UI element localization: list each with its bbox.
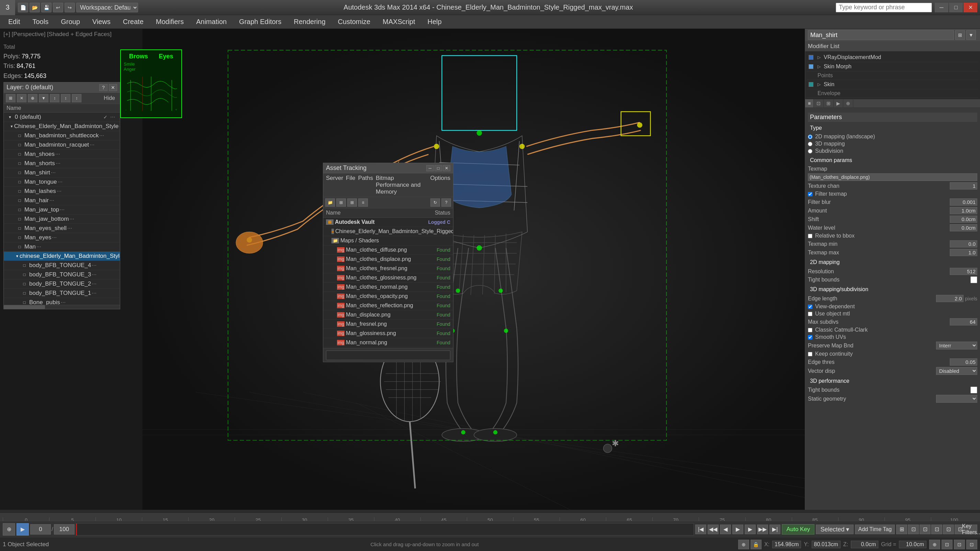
layer-item-tongue4[interactable]: □ body_BFB_TONGUE_4 ⋯	[4, 261, 120, 270]
layer-item-racquet[interactable]: □ Man_badminton_racquet ⋯	[4, 140, 120, 150]
rp-tab-5[interactable]: ⊕	[843, 99, 853, 108]
anim-next-frame[interactable]: ▶	[745, 524, 756, 534]
asset-tb-1[interactable]: 📁	[325, 198, 335, 206]
menu-modifiers[interactable]: Modifiers	[150, 16, 189, 27]
asset-tb-6[interactable]: ?	[441, 198, 451, 206]
keep-continuity-checkbox[interactable]	[808, 352, 812, 356]
vector-disp-select[interactable]: Disabled	[936, 367, 977, 375]
selected-dropdown[interactable]: Selected ▾	[816, 524, 854, 534]
asset-menu-server[interactable]: Server	[326, 175, 343, 195]
layers-hide-button[interactable]: Hide	[101, 94, 118, 102]
texmap-max-input[interactable]	[950, 249, 977, 256]
asset-item-max[interactable]: ≡ Chinese_Elderly_Man_Badminton_Style_Ri…	[323, 227, 453, 236]
total-frames-input[interactable]	[54, 524, 75, 535]
filter-blur-input[interactable]	[950, 198, 977, 206]
timeline-track[interactable]	[76, 523, 694, 535]
resolution-input[interactable]	[950, 268, 977, 275]
radio-2d[interactable]	[808, 135, 812, 139]
st-btn-4[interactable]: ⊡	[966, 540, 977, 549]
playback-btn-2[interactable]: ⊡	[908, 524, 919, 534]
type-3d-radio[interactable]: 3D mapping	[808, 141, 977, 147]
layer-item-chinese[interactable]: ▾ Chinese_Elderly_Man_Badminton_Style ⋯	[4, 122, 120, 131]
new-button[interactable]: 📄	[18, 3, 28, 13]
menu-customize[interactable]: Customize	[332, 16, 376, 27]
playback-btn-4[interactable]: ⊡	[931, 524, 942, 534]
layer-item-jaw-top[interactable]: □ Man_jaw_top ⋯	[4, 205, 120, 214]
asset-item-normal[interactable]: img Man_clothes_normal.png Found	[323, 283, 453, 292]
current-frame-input[interactable]	[30, 524, 51, 535]
layer-item-jaw-bottom[interactable]: □ Man_jaw_bottom ⋯	[4, 214, 120, 224]
layers-tool-7[interactable]: ↕	[72, 94, 81, 102]
search-input[interactable]	[836, 3, 932, 13]
radio-subdiv[interactable]	[808, 149, 812, 154]
layer-item-bone-pubis[interactable]: □ Bone_pubis ⋯	[4, 298, 120, 305]
layers-tool-4[interactable]: ▼	[39, 94, 48, 102]
layer-item-shuttlecock[interactable]: □ Man_badminton_shuttlecock ⋯	[4, 131, 120, 140]
layers-list[interactable]: ▾ 0 (default) ✓ ⋯ ▾ Chinese_Elderly_Man_…	[4, 113, 120, 305]
asset-item-diffuse[interactable]: img Man_clothes_diffuse.png Found	[323, 246, 453, 255]
texmap-value[interactable]: (Man_clothes_displace.png)	[808, 173, 977, 181]
layers-tool-3[interactable]: ⊕	[28, 94, 37, 102]
layer-item-shorts[interactable]: □ Man_shorts ⋯	[4, 159, 120, 168]
asset-path-input[interactable]	[326, 351, 450, 360]
view-dependent-row[interactable]: View-dependent	[808, 303, 977, 310]
asset-item-fresnel[interactable]: img Man_clothes_fresnel.png Found	[323, 264, 453, 273]
asset-tb-4[interactable]: ≡	[358, 198, 368, 206]
redo-button[interactable]: ↪	[65, 3, 75, 13]
asset-item-maps[interactable]: 📁 Maps / Shaders	[323, 236, 453, 246]
asset-menu-bitmap[interactable]: Bitmap Performance and Memory	[376, 175, 427, 195]
layers-close-button[interactable]: ✕	[109, 84, 117, 91]
menu-rendering[interactable]: Rendering	[288, 16, 331, 27]
playback-btn-3[interactable]: ⊡	[920, 524, 931, 534]
max-subdivs-input[interactable]	[950, 318, 977, 326]
menu-views[interactable]: Views	[87, 16, 116, 27]
rp-tab-1[interactable]: ≡	[805, 99, 814, 108]
anim-play[interactable]: ▶	[732, 524, 743, 534]
save-button[interactable]: 💾	[41, 3, 51, 13]
layer-item-tongue[interactable]: □ Man_tongue ⋯	[4, 178, 120, 187]
rp-tab-3[interactable]: ⊞	[824, 99, 834, 108]
asset-tb-3[interactable]: ⊞	[347, 198, 357, 206]
layer-item-tongue1[interactable]: □ body_BFB_TONGUE_1 ⋯	[4, 289, 120, 298]
layer-item-shoes[interactable]: □ Man_shoes ⋯	[4, 150, 120, 159]
auto-key-button[interactable]: Auto Key	[782, 524, 815, 535]
layer-item-man[interactable]: □ Man ⋯	[4, 242, 120, 252]
menu-animation[interactable]: Animation	[191, 16, 232, 27]
minimize-button[interactable]: ─	[935, 3, 948, 13]
asset-tb-5[interactable]: ↻	[430, 198, 440, 206]
shift-input[interactable]	[950, 216, 977, 223]
asset-item-man-fresnel[interactable]: img Man_fresnel.png Found	[323, 320, 453, 329]
relative-bbox-row[interactable]: Relative to bbox	[808, 233, 977, 239]
edge-thres-input[interactable]	[950, 359, 977, 365]
modifier-skin[interactable]: ▷ Skin	[807, 80, 978, 89]
bt-tool-1[interactable]: ⊕	[3, 523, 15, 535]
filter-texmap-row[interactable]: Filter texmap	[808, 191, 977, 197]
texmap-min-input[interactable]	[950, 240, 977, 248]
layer-item-default[interactable]: ▾ 0 (default) ✓ ⋯	[4, 113, 120, 122]
amount-input[interactable]	[950, 207, 977, 214]
open-button[interactable]: 📂	[30, 3, 40, 13]
rp-tab-4[interactable]: ▶	[834, 99, 843, 108]
keep-continuity-row[interactable]: Keep continuity	[808, 351, 977, 357]
layers-scrollbar-thumb[interactable]	[4, 305, 45, 309]
asset-item-man-displace[interactable]: img Man_displace.png Found	[323, 310, 453, 320]
filter-texmap-checkbox[interactable]	[808, 192, 812, 196]
static-geom-select[interactable]	[936, 395, 977, 403]
layers-tool-6[interactable]: ↕	[61, 94, 70, 102]
asset-item-man-normal[interactable]: img Man_normal.png Found	[323, 338, 453, 348]
layers-tool-2[interactable]: ✕	[17, 94, 27, 102]
asset-minimize-button[interactable]: ─	[426, 165, 434, 171]
layers-tool-5[interactable]: ↕	[50, 94, 59, 102]
modifier-vray-displacement[interactable]: ▷ VRayDisplacementMod	[807, 53, 978, 62]
asset-item-opacity[interactable]: img Man_clothes_opacity.png Found	[323, 292, 453, 301]
rp-icon-2[interactable]: ▼	[966, 30, 976, 40]
smooth-uv-row[interactable]: Smooth UVs	[808, 334, 977, 340]
coord-icon-1[interactable]: ⊕	[738, 540, 749, 549]
workspace-selector[interactable]: Workspace: Default	[76, 3, 138, 13]
anim-prev-frame[interactable]: ◀	[720, 524, 731, 534]
playback-btn-1[interactable]: ⊞	[896, 524, 907, 534]
tight-bounds-checkbox-2[interactable]	[970, 387, 977, 394]
classic-catmull-row[interactable]: Classic Catmull-Clark	[808, 327, 977, 333]
use-object-mtl-checkbox[interactable]	[808, 312, 812, 316]
key-filters-button[interactable]: Key Filters...	[966, 524, 977, 534]
